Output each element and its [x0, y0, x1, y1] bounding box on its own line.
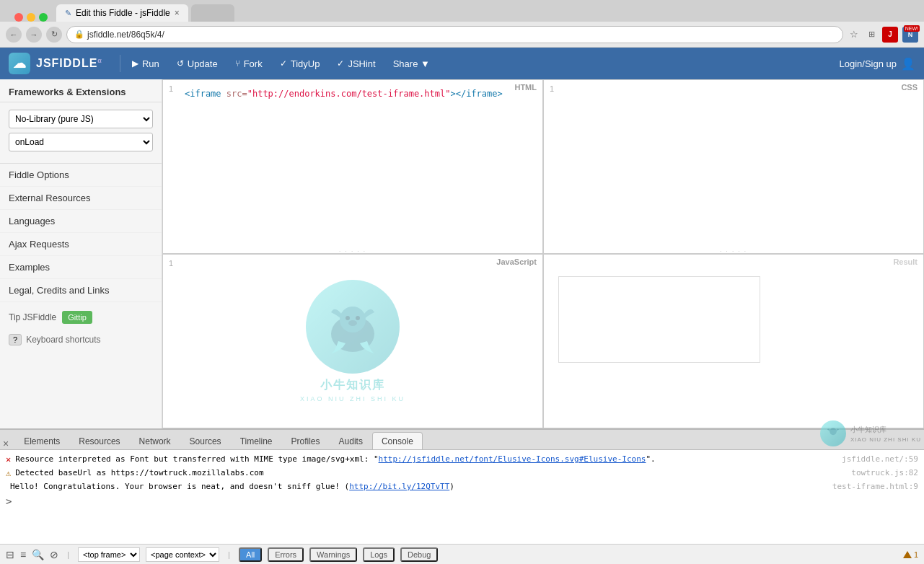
- keyboard-shortcuts-label: Keyboard shortcuts: [26, 335, 100, 345]
- context-select[interactable]: <page context>: [146, 547, 219, 562]
- active-browser-tab[interactable]: ✎ Edit this Fiddle - jsFiddle ×: [56, 4, 188, 22]
- devtools-block-icon[interactable]: ⊘: [50, 549, 58, 560]
- devtools-bottom-bar: ⊟ ≡ 🔍 ⊘ | <top frame> <page context> | A…: [0, 544, 924, 564]
- warn-icon-1: ⚠: [6, 467, 11, 480]
- devtools-watermark: 小牛知识库XIAO NIU ZHI SHI KU: [820, 420, 921, 446]
- forward-btn[interactable]: →: [26, 27, 42, 43]
- extension-icon-1[interactable]: J: [882, 27, 898, 43]
- svg-point-0: [331, 316, 374, 352]
- console-prompt-line: >: [6, 493, 918, 509]
- error-icon-1: ✕: [6, 453, 11, 467]
- keyboard-shortcuts-btn[interactable]: ? Keyboard shortcuts: [0, 330, 162, 350]
- prompt-icon: >: [6, 493, 12, 509]
- watermark-subtext: XIAO NIU ZHI SHI KU: [300, 395, 405, 402]
- devtools-tab-console[interactable]: Console: [372, 432, 423, 449]
- devtools-tab-audits[interactable]: Audits: [330, 432, 372, 449]
- console-link-2[interactable]: http://bit.ly/12QTvTT: [349, 482, 449, 491]
- tab-bar: ✎ Edit this Fiddle - jsFiddle ×: [0, 0, 924, 22]
- css-editor[interactable]: [544, 83, 923, 92]
- console-line-1: ✕ Resource interpreted as Font but trans…: [6, 453, 918, 467]
- css-panel-resize[interactable]: · · · · ·: [719, 249, 748, 253]
- devtools-tab-profiles[interactable]: Profiles: [282, 432, 330, 449]
- onload-select[interactable]: onLoad onDomReady No wrap (head) No wrap…: [9, 133, 153, 151]
- console-link-1[interactable]: http://jsfiddle.net/font/Elusive-Icons.s…: [379, 454, 646, 464]
- back-btn[interactable]: ←: [6, 27, 22, 43]
- run-button[interactable]: ▶ Run: [123, 54, 168, 74]
- browser-nav: ← → ↻ 🔒 jsfiddle.net/86q5k/4/ ☆ ⊞ J N NE…: [0, 22, 924, 48]
- jsfiddle-toolbar: ☁ JSFIDDLEα ▶ Run ↺ Update ⑂ Fork ✓ Tidy…: [0, 48, 924, 79]
- user-icon: 👤: [901, 57, 915, 71]
- devtools-tab-network[interactable]: Network: [130, 432, 180, 449]
- filter-all-btn[interactable]: All: [239, 547, 262, 562]
- login-area[interactable]: Login/Sign up 👤: [839, 57, 915, 71]
- console-loc-3: test-iframe.html:9: [832, 480, 918, 493]
- library-select[interactable]: No-Library (pure JS) jQuery Prototype Mo…: [9, 110, 153, 128]
- result-label: Result: [893, 257, 918, 266]
- share-button[interactable]: Share ▼: [384, 54, 439, 74]
- html-line-num: 1: [169, 84, 173, 93]
- sidebar-item-languages[interactable]: Languages: [0, 210, 162, 233]
- main-layout: Frameworks & Extensions No-Library (pure…: [0, 79, 924, 428]
- warning-count: 1: [914, 550, 918, 559]
- filter-warnings-btn[interactable]: Warnings: [309, 547, 357, 562]
- html-label: HTML: [514, 83, 537, 92]
- tidyup-button[interactable]: ✓ TidyUp: [271, 54, 329, 74]
- jshint-icon: ✓: [337, 58, 344, 69]
- devtools-sep-2: |: [228, 550, 230, 559]
- gittip-button[interactable]: Gittip: [62, 311, 92, 324]
- run-icon: ▶: [132, 58, 138, 69]
- sidebar-item-external-resources[interactable]: External Resources: [0, 187, 162, 210]
- devtools-console-content: ✕ Resource interpreted as Font but trans…: [0, 450, 924, 544]
- close-window-btn[interactable]: [14, 13, 23, 22]
- devtools-tab-elements[interactable]: Elements: [14, 432, 69, 449]
- sidebar: Frameworks & Extensions No-Library (pure…: [0, 79, 162, 428]
- js-editor[interactable]: [163, 257, 542, 266]
- html-panel-resize[interactable]: · · · · ·: [338, 249, 367, 253]
- devtools-watermark-text: 小牛知识库XIAO NIU ZHI SHI KU: [850, 425, 921, 443]
- devtools-dock-icon[interactable]: ⊟: [6, 549, 14, 560]
- devtools-right-area: 小牛知识库XIAO NIU ZHI SHI KU: [820, 420, 921, 449]
- warning-triangle-icon: [903, 551, 912, 558]
- brand-text: JSFIDDLEα: [36, 57, 102, 70]
- svg-point-3: [356, 316, 360, 320]
- console-loc-1: jsfiddle.net/:59: [842, 453, 918, 466]
- minimize-window-btn[interactable]: [27, 13, 35, 22]
- nav-extras: ☆ ⊞ J N NEW!: [848, 27, 918, 43]
- console-loc-2: towtruck.js:82: [851, 467, 918, 480]
- sidebar-item-ajax-requests[interactable]: Ajax Requests: [0, 233, 162, 256]
- devtools-close-btn[interactable]: ×: [3, 438, 9, 449]
- fullscreen-window-btn[interactable]: [39, 13, 48, 22]
- url-text: jsfiddle.net/86q5k/4/: [87, 30, 164, 40]
- jshint-button[interactable]: ✓ JSHint: [328, 54, 384, 74]
- filter-debug-btn[interactable]: Debug: [400, 547, 438, 562]
- watermark-text: 小牛知识库: [320, 378, 385, 393]
- sidebar-item-fiddle-options[interactable]: Fiddle Options: [0, 164, 162, 187]
- filter-logs-btn[interactable]: Logs: [363, 547, 395, 562]
- tab-close-btn[interactable]: ×: [175, 8, 180, 18]
- result-iframe: [558, 276, 760, 363]
- filter-errors-btn[interactable]: Errors: [268, 547, 304, 562]
- devtools-search-icon-bottom[interactable]: 🔍: [32, 549, 44, 560]
- reload-btn[interactable]: ↻: [46, 27, 62, 43]
- console-input[interactable]: [16, 493, 918, 503]
- devtools-tab-timeline[interactable]: Timeline: [231, 432, 282, 449]
- sidebar-item-examples[interactable]: Examples: [0, 256, 162, 279]
- devtools-list-icon[interactable]: ≡: [20, 549, 26, 560]
- star-icon[interactable]: ☆: [848, 28, 861, 41]
- address-bar[interactable]: 🔒 jsfiddle.net/86q5k/4/: [66, 26, 843, 43]
- html-attr: src=: [226, 89, 247, 99]
- frame-select[interactable]: <top frame>: [78, 547, 140, 562]
- fork-button[interactable]: ⑂ Fork: [226, 54, 271, 74]
- console-msg-1: Resource interpreted as Font but transfe…: [15, 453, 655, 466]
- sidebar-item-legal[interactable]: Legal, Credits and Links: [0, 279, 162, 302]
- svg-point-5: [830, 428, 837, 436]
- devtools-tab-resources[interactable]: Resources: [69, 432, 129, 449]
- extension-icon-2[interactable]: N NEW!: [902, 27, 918, 43]
- html-editor[interactable]: <iframe src="http://endorkins.com/test-i…: [163, 83, 542, 105]
- inactive-browser-tab[interactable]: [191, 4, 234, 22]
- devtools-tab-sources[interactable]: Sources: [180, 432, 231, 449]
- update-button[interactable]: ↺ Update: [168, 54, 226, 74]
- console-line-3: Hello! Congratulations. Your browser is …: [6, 480, 918, 493]
- bookmark-icon[interactable]: ⊞: [865, 28, 878, 41]
- watermark-bull-svg: [320, 294, 385, 359]
